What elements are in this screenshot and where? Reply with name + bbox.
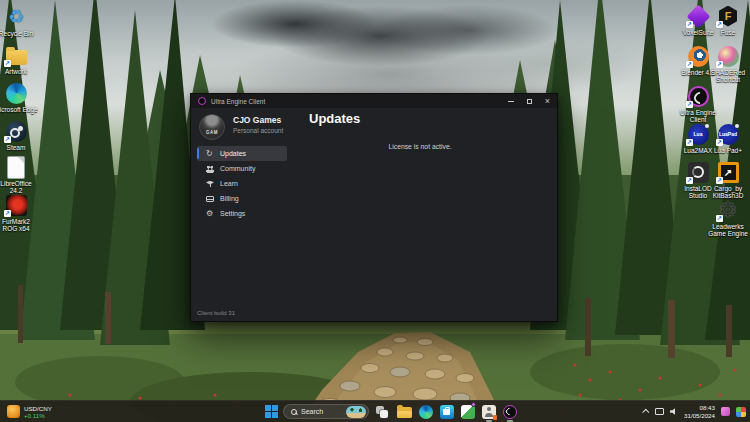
document-icon <box>8 157 24 178</box>
desktop-icon-label: Leadwerks Game Engine <box>706 223 750 237</box>
tray-app-pink-icon[interactable] <box>721 407 730 416</box>
desktop-icon-libreoffice[interactable]: LibreOffice 24.2 <box>0 155 38 194</box>
notification-badge <box>471 402 476 407</box>
desktop-icon-label: Steam <box>0 144 38 151</box>
sidebar-item-updates[interactable]: Updates <box>197 146 287 161</box>
search-input[interactable]: Search <box>283 404 369 419</box>
maximize-button[interactable] <box>527 99 532 104</box>
store-icon <box>440 405 454 419</box>
tray-app-color-icon[interactable] <box>736 407 746 417</box>
edge-icon <box>6 83 27 104</box>
billing-card-icon <box>206 196 214 202</box>
sidebar-item-label: Learn <box>220 180 238 187</box>
clock-time: 08:43 <box>684 404 715 412</box>
status-badge <box>493 415 498 420</box>
store-button[interactable] <box>438 401 455 422</box>
stock-change: +0.11% <box>24 412 52 419</box>
shortcut-arrow-icon <box>4 60 11 67</box>
photos-icon <box>461 405 475 419</box>
shortcut-arrow-icon <box>4 136 11 143</box>
license-status-message: License is not active. <box>291 143 549 150</box>
sidebar-item-community[interactable]: Community <box>197 161 287 176</box>
stock-widget-icon <box>7 405 20 418</box>
ultra-engine-icon <box>503 405 517 419</box>
desktop-icon-label: Recycle Bin <box>0 30 38 37</box>
desktop-icon-microsoft-edge[interactable]: Microsoft Edge <box>0 81 38 113</box>
sidebar: Updates Community Learn Billing Settings <box>197 146 287 221</box>
contacts-button[interactable] <box>480 401 497 422</box>
desktop-icon-label: FurMark2 ROG x64 <box>0 218 38 232</box>
shortcut-arrow-icon <box>716 215 723 222</box>
desktop-icon-furmark[interactable]: FurMark2 ROG x64 <box>0 193 38 232</box>
ultra-engine-client-window: Ultra Engine Client GAM CJO Games Person… <box>190 93 558 322</box>
file-explorer-icon <box>397 407 412 418</box>
search-highlight-thumbnail <box>346 406 366 418</box>
clock-date: 31/05/2024 <box>684 412 715 420</box>
shortcut-arrow-icon <box>716 61 723 68</box>
task-view-icon <box>375 405 390 419</box>
desktop-icon-artwork[interactable]: Artwork <box>0 43 38 75</box>
graduation-cap-icon <box>206 180 214 188</box>
account-avatar[interactable]: GAM <box>199 114 225 140</box>
shortcut-arrow-icon <box>686 177 693 184</box>
shortcut-arrow-icon <box>686 61 693 68</box>
desktop-icon-label: LibreOffice 24.2 <box>0 180 38 194</box>
page-title: Updates <box>309 111 360 126</box>
desktop-icon-leadwerks[interactable]: Leadwerks Game Engine <box>706 198 750 237</box>
hidden-icons-chevron[interactable] <box>642 409 649 416</box>
stock-widget[interactable]: USD/CNY +0.11% <box>7 401 52 422</box>
sidebar-item-label: Community <box>220 165 255 172</box>
window-title: Ultra Engine Client <box>211 98 265 105</box>
desktop-icon-label: Artwork <box>0 68 38 75</box>
windows-logo-icon <box>265 405 278 418</box>
sidebar-item-learn[interactable]: Learn <box>197 176 287 191</box>
edge-icon <box>419 405 433 419</box>
start-button[interactable] <box>263 401 279 422</box>
clock[interactable]: 08:43 31/05/2024 <box>684 404 715 419</box>
desktop-icon-ultra-engine-client[interactable]: Ultra Engine Client <box>676 84 720 123</box>
shortcut-arrow-icon <box>686 139 693 146</box>
avatar-text: GAM <box>200 130 224 135</box>
shortcut-arrow-icon <box>716 177 723 184</box>
refresh-icon <box>206 150 214 158</box>
desktop-icon-recycle-bin[interactable]: Recycle Bin <box>0 5 38 37</box>
taskbar: USD/CNY +0.11% Search 08:43 <box>0 400 750 422</box>
account-type: Personal account <box>233 127 283 134</box>
recycle-bin-icon <box>8 6 24 28</box>
photos-button[interactable] <box>459 401 476 422</box>
window-titlebar[interactable]: Ultra Engine Client <box>191 94 557 108</box>
shortcut-arrow-icon <box>716 21 723 28</box>
desktop-icon-label: SHADERed Shortcut <box>706 69 750 83</box>
file-explorer-button[interactable] <box>395 401 413 422</box>
shortcut-arrow-icon <box>686 101 693 108</box>
search-label: Search <box>301 408 342 415</box>
desktop-icon-fuse[interactable]: Fuse <box>706 4 750 36</box>
desktop-icon-label: Fuse <box>706 29 750 36</box>
desktop-icon-label: Cargo_by KitBash3D <box>706 185 750 199</box>
task-view-button[interactable] <box>373 401 391 422</box>
minimize-button[interactable] <box>508 101 514 102</box>
desktop-icon-label: Ultra Engine Client <box>676 109 720 123</box>
sidebar-item-label: Settings <box>220 210 245 217</box>
desktop-icon-luapad[interactable]: LuaPad Lua Pad+ <box>706 122 750 154</box>
edge-button[interactable] <box>417 401 434 422</box>
desktop-icon-cargo[interactable]: Cargo_by KitBash3D <box>706 160 750 199</box>
speaker-icon[interactable] <box>670 408 678 416</box>
shortcut-arrow-icon <box>716 139 723 146</box>
app-icon <box>198 97 206 105</box>
shortcut-arrow-icon <box>4 210 11 217</box>
desktop-icon-steam[interactable]: Steam <box>0 119 38 151</box>
desktop-icon-label: Lua Pad+ <box>706 147 750 154</box>
people-icon <box>206 165 214 173</box>
desktop-icon-shadered[interactable]: SHADERed Shortcut <box>706 44 750 83</box>
ultra-engine-taskbar-button[interactable] <box>501 401 518 422</box>
desktop-icon-label: Microsoft Edge <box>0 106 38 113</box>
sidebar-item-label: Billing <box>220 195 239 202</box>
stock-symbol: USD/CNY <box>24 405 52 412</box>
sidebar-item-settings[interactable]: Settings <box>197 206 287 221</box>
close-button[interactable] <box>545 97 550 106</box>
shortcut-arrow-icon <box>686 21 693 28</box>
sidebar-item-billing[interactable]: Billing <box>197 191 287 206</box>
client-build-label: Client build 31 <box>197 310 235 316</box>
device-tray-icon[interactable] <box>655 408 664 415</box>
